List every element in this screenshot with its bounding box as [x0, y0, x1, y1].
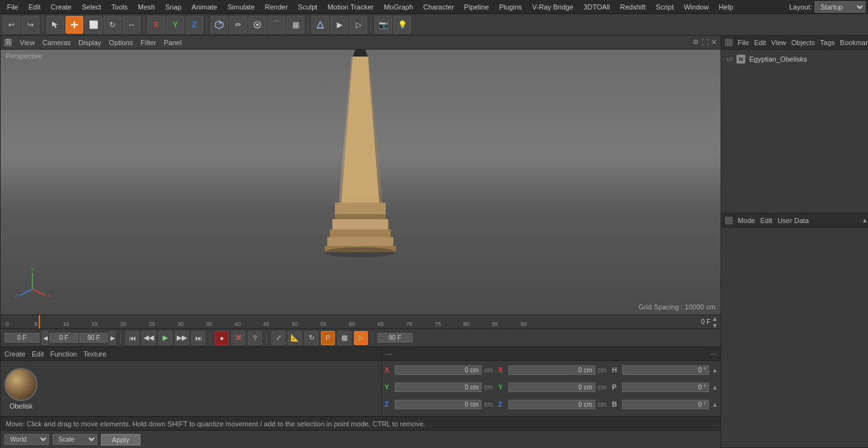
viewport-mode-persp[interactable]: [311, 16, 329, 34]
mat-texture[interactable]: Texture: [83, 350, 106, 358]
motion-path-button[interactable]: ⤢: [271, 331, 285, 345]
pos-x-field[interactable]: [395, 365, 482, 375]
apply-button[interactable]: Apply: [101, 434, 140, 445]
menu-character[interactable]: Character: [419, 2, 458, 12]
preview-start-dec[interactable]: ◀: [42, 331, 48, 345]
sculpt-button[interactable]: [248, 16, 266, 34]
menu-tools[interactable]: Tools: [107, 2, 132, 12]
attr-mode[interactable]: Mode: [738, 217, 756, 224]
end-frame-field[interactable]: [377, 333, 412, 343]
auto-keyframe-button[interactable]: ⌘: [231, 331, 245, 345]
obj-view[interactable]: View: [771, 39, 787, 46]
scale-y-field[interactable]: [508, 383, 595, 392]
rot-h-field[interactable]: [622, 365, 709, 375]
axis-x-button[interactable]: X: [147, 16, 165, 34]
redo-button[interactable]: ↪: [22, 16, 39, 34]
menu-vray[interactable]: V-Ray Bridge: [528, 2, 578, 12]
pen-tool-button[interactable]: ✏: [229, 16, 247, 34]
attr-user-data[interactable]: User Data: [777, 217, 809, 224]
menu-create[interactable]: Create: [46, 2, 76, 12]
menu-render[interactable]: Render: [261, 2, 292, 12]
step-forward-button[interactable]: ▶▶: [175, 331, 189, 345]
world-dropdown[interactable]: World Object: [4, 434, 49, 445]
rot-b-field[interactable]: [622, 400, 709, 409]
vp-menu-panel[interactable]: Panel: [164, 39, 182, 46]
sound-button[interactable]: ▦: [337, 331, 351, 345]
menu-file[interactable]: File: [3, 2, 23, 12]
film-strip-button[interactable]: ▷: [354, 331, 368, 345]
mat-create[interactable]: Create: [4, 350, 25, 358]
menu-3dtoall[interactable]: 3DTOAll: [579, 2, 614, 12]
play-button[interactable]: ▶: [158, 331, 172, 345]
preview-play-button[interactable]: P: [321, 331, 335, 345]
menu-motion-tracker[interactable]: Motion Tracker: [323, 2, 378, 12]
record-button[interactable]: ●: [215, 331, 229, 345]
curve-editor-button[interactable]: 📐: [288, 331, 302, 345]
vp-icon-maximize[interactable]: ⛶: [702, 38, 709, 46]
material-item-obelisk[interactable]: Obelisk: [4, 368, 37, 410]
vp-menu-filter[interactable]: Filter: [140, 39, 156, 46]
menu-edit[interactable]: Edit: [24, 2, 45, 12]
timeline-button[interactable]: ↻: [304, 331, 318, 345]
menu-plugins[interactable]: Plugins: [494, 2, 526, 12]
timeline[interactable]: 0 5 10 15 20 25 30 35 40 45 50 55 60 65 …: [1, 315, 721, 329]
pos-z-field[interactable]: [395, 400, 482, 409]
layout-dropdown[interactable]: Startup: [815, 1, 865, 13]
obj-file[interactable]: File: [738, 39, 749, 46]
frame-arrows[interactable]: ▲▼: [712, 315, 718, 329]
axis-y-button[interactable]: Y: [166, 16, 184, 34]
rot-b-arrow[interactable]: ▲: [712, 401, 718, 408]
scale-z-field[interactable]: [508, 400, 595, 409]
vp-menu-options[interactable]: Options: [109, 39, 133, 46]
viewport[interactable]: Perspective Grid Spacing : 10000 cm Y X …: [1, 50, 721, 315]
spline-button[interactable]: ⌒: [268, 16, 285, 34]
attr-icon-1[interactable]: ▲: [862, 217, 868, 224]
menu-mograph[interactable]: MoGraph: [379, 2, 417, 12]
rotate-tool-button[interactable]: ↻: [104, 16, 121, 34]
move-tool-button[interactable]: [65, 16, 83, 34]
menu-simulate[interactable]: Simulate: [223, 2, 259, 12]
start-frame-field[interactable]: [4, 333, 39, 343]
obj-tags[interactable]: Tags: [820, 39, 835, 46]
obj-objects[interactable]: Objects: [791, 39, 815, 46]
rot-h-arrow[interactable]: ▲: [712, 367, 718, 374]
surface-button[interactable]: ▦: [287, 16, 304, 34]
vp-icon-settings[interactable]: ⚙: [693, 38, 699, 46]
scale-tool-button[interactable]: ⬜: [85, 16, 102, 34]
vp-menu-cameras[interactable]: Cameras: [43, 39, 71, 46]
menu-select[interactable]: Select: [78, 2, 106, 12]
keyframe-help-button[interactable]: ?: [248, 331, 262, 345]
transform-tool-button[interactable]: ↔: [123, 16, 140, 34]
vp-menu-display[interactable]: Display: [78, 39, 101, 46]
cube-tool-button[interactable]: [210, 16, 228, 34]
mat-edit[interactable]: Edit: [32, 350, 44, 358]
menu-mesh[interactable]: Mesh: [133, 2, 159, 12]
menu-sculpt[interactable]: Sculpt: [294, 2, 322, 12]
mat-function[interactable]: Function: [50, 350, 77, 358]
preview-end-field[interactable]: [79, 333, 108, 343]
object-row-obelisks[interactable]: L0 N Egyptian_Obelisks ✕: [724, 52, 868, 66]
camera-button[interactable]: 📷: [374, 16, 392, 34]
pos-y-field[interactable]: [395, 383, 482, 392]
rot-p-field[interactable]: [622, 383, 709, 392]
menu-window[interactable]: Window: [679, 2, 713, 12]
menu-script[interactable]: Script: [651, 2, 678, 12]
menu-pipeline[interactable]: Pipeline: [459, 2, 493, 12]
menu-animate[interactable]: Animate: [187, 2, 222, 12]
goto-start-button[interactable]: ⏮: [125, 331, 139, 345]
scale-dropdown[interactable]: Scale Size: [53, 434, 97, 445]
axis-z-button[interactable]: Z: [186, 16, 203, 34]
scale-x-field[interactable]: [508, 365, 595, 375]
render-button[interactable]: ▷: [349, 16, 367, 34]
obj-bookmarks[interactable]: Bookmarks: [840, 39, 868, 46]
menu-help[interactable]: Help: [714, 2, 738, 12]
rot-p-arrow[interactable]: ▲: [712, 384, 718, 391]
light-button[interactable]: 💡: [393, 16, 411, 34]
undo-button[interactable]: ↩: [3, 16, 20, 34]
goto-end-button[interactable]: ⏭: [191, 331, 205, 345]
vp-menu-view[interactable]: View: [20, 39, 35, 46]
step-back-button[interactable]: ◀◀: [142, 331, 156, 345]
menu-redshift[interactable]: Redshift: [616, 2, 650, 12]
render-region-button[interactable]: ▶: [330, 16, 348, 34]
selection-tool-button[interactable]: [46, 16, 64, 34]
